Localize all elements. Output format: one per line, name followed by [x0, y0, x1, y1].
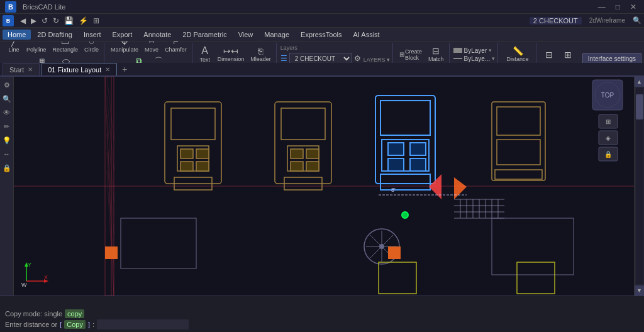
cmd-option[interactable]: Copy [64, 320, 86, 329]
svg-rect-11 [165, 102, 221, 184]
svg-line-60 [370, 235, 393, 258]
svg-line-4 [105, 77, 114, 296]
menu-express-tools[interactable]: ExpressTools [296, 30, 347, 40]
tab-fixture-label: 01 Fixture Layout [48, 66, 101, 74]
svg-text:Y: Y [28, 262, 31, 268]
scroll-down-button[interactable]: ▼ [635, 285, 645, 296]
command-line-1: Copy mode: single copy [5, 309, 639, 318]
viewport-mode[interactable]: 2dWireframe [589, 17, 625, 24]
svg-rect-15 [180, 149, 193, 158]
props-row: ByLayer ▾ ByLaye... ▾ [453, 47, 496, 62]
svg-rect-82 [599, 147, 618, 161]
block-row: ⊞CreateBlock ⊟Match [397, 45, 447, 64]
menu-home[interactable]: Home [3, 30, 31, 40]
close-button[interactable]: ✕ [628, 3, 639, 11]
scroll-up-button[interactable]: ▲ [635, 77, 645, 87]
svg-rect-66 [121, 218, 196, 268]
svg-rect-25 [291, 162, 303, 171]
create-block-tool[interactable]: ⊞CreateBlock [397, 47, 425, 62]
svg-rect-17 [180, 162, 193, 171]
svg-rect-63 [379, 262, 416, 294]
svg-rect-16 [196, 149, 209, 158]
svg-text:8': 8' [391, 187, 396, 193]
text-tool[interactable]: AText [196, 45, 214, 64]
control-btn1[interactable]: ⊟ [540, 49, 558, 60]
qa-forward[interactable]: ▶ [30, 16, 38, 25]
svg-rect-31 [388, 143, 404, 155]
svg-rect-14 [174, 177, 212, 190]
maximize-button[interactable]: □ [613, 3, 623, 11]
active-tab-label[interactable]: 2 CHECKOUT [530, 17, 582, 25]
layer-settings-icon[interactable]: ⚙ [354, 54, 361, 63]
line-tool[interactable]: ╱Line [5, 42, 23, 54]
svg-text:W: W [21, 282, 27, 288]
svg-point-56 [379, 244, 384, 249]
qa-back[interactable]: ◀ [19, 16, 27, 25]
scroll-track[interactable] [636, 88, 643, 284]
move-tool[interactable]: ↔Move [142, 42, 161, 54]
svg-rect-19 [275, 102, 331, 184]
sb-edit[interactable]: ✏ [1, 121, 13, 132]
sb-search[interactable]: 🔍 [1, 93, 13, 104]
match-tool[interactable]: ⊟Match [426, 45, 447, 64]
sb-light[interactable]: 💡 [1, 135, 13, 146]
manipulate-tool[interactable]: ✥Manipulate [108, 42, 141, 54]
menu-view[interactable]: View [233, 30, 258, 40]
menu-insert[interactable]: Insert [79, 30, 106, 40]
bricscad-logo[interactable]: B [3, 15, 14, 26]
svg-rect-42 [497, 140, 540, 165]
sb-lock[interactable]: 🔒 [1, 162, 13, 174]
sb-move[interactable]: ↔ [1, 148, 13, 160]
svg-point-55 [364, 229, 399, 264]
tab-fixture-layout[interactable]: 01 Fixture Layout ✕ [41, 63, 117, 75]
menu-ai-assist[interactable]: AI Assist [348, 30, 384, 40]
svg-rect-62 [388, 246, 401, 259]
svg-rect-23 [291, 149, 303, 158]
sb-view[interactable]: 👁 [1, 107, 13, 118]
command-input[interactable] [97, 319, 189, 329]
distance-tool[interactable]: 📏Distance [504, 45, 531, 64]
tab-add-button[interactable]: + [118, 63, 131, 75]
window-controls[interactable]: — □ ✕ [596, 3, 639, 11]
control-btn2[interactable]: ⊞ [559, 49, 577, 60]
cmd-prefix: Enter distance or [5, 321, 57, 328]
drawing-svg: 8' [14, 77, 634, 296]
cmd-bracket-open: [ [60, 321, 62, 328]
scroll-thumb[interactable] [636, 94, 643, 119]
menu-2d-drafting[interactable]: 2D Drafting [32, 30, 77, 40]
menu-annotate[interactable]: Annotate [138, 30, 176, 40]
tab-start[interactable]: Start ✕ [3, 63, 40, 75]
svg-rect-28 [380, 101, 430, 135]
chamfer-tool[interactable]: ⌐Chamfer [162, 42, 189, 54]
svg-rect-30 [380, 174, 430, 190]
tab-start-close[interactable]: ✕ [28, 66, 33, 73]
minimize-button[interactable]: — [596, 3, 608, 11]
menu-manage[interactable]: Manage [259, 30, 294, 40]
scrollbar-right[interactable]: ▲ ▼ [634, 77, 644, 296]
polyline-tool[interactable]: ⌒Polyline [24, 42, 49, 54]
svg-rect-33 [388, 158, 404, 171]
mleader-tool[interactable]: ⎘Mleader [248, 45, 274, 64]
svg-rect-21 [287, 146, 319, 171]
svg-rect-67 [20, 259, 48, 287]
svg-rect-24 [306, 149, 319, 158]
command-line-2: Enter distance or [ Copy ] : [5, 319, 639, 329]
qa-save[interactable]: 💾 [63, 16, 75, 25]
svg-marker-36 [429, 174, 441, 199]
dimension-tool[interactable]: ↦↤Dimension [215, 45, 247, 64]
tab-fixture-close[interactable]: ✕ [105, 66, 110, 73]
qa-grid[interactable]: ⊞ [92, 16, 101, 25]
canvas-area[interactable]: 8' [14, 77, 634, 296]
title-left: B BricsCAD Lite [5, 1, 65, 13]
search-icon[interactable]: 🔍 [633, 16, 641, 25]
svg-rect-0 [14, 77, 634, 296]
sb-settings[interactable]: ⚙ [1, 79, 13, 91]
qa-redo[interactable]: ↻ [52, 16, 60, 25]
svg-rect-40 [492, 102, 545, 180]
menu-2d-parametric[interactable]: 2D Parametric [177, 30, 231, 40]
qa-undo[interactable]: ↺ [40, 16, 49, 25]
rectangle-tool[interactable]: ▭Rectangle [50, 42, 81, 54]
qa-quick[interactable]: ⚡ [77, 16, 89, 25]
circle-tool[interactable]: ○Circle [82, 42, 101, 54]
menu-export[interactable]: Export [108, 30, 138, 40]
